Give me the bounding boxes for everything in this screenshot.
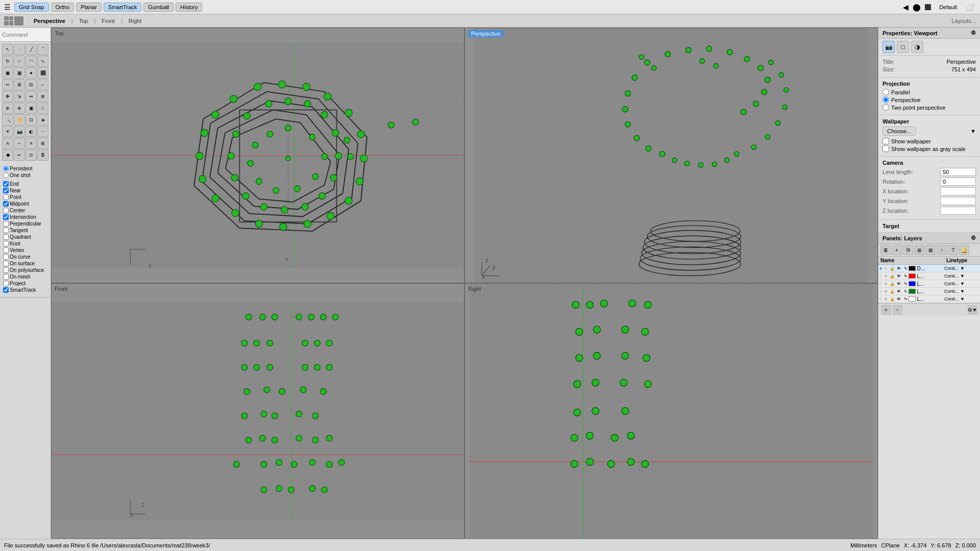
zoom-fit[interactable]: ⊡ [26, 114, 37, 126]
record-button[interactable]: ⬤ [913, 3, 921, 11]
layers-add-icon[interactable]: + [892, 245, 902, 255]
smarttrack-button[interactable]: SmartTrack [104, 3, 141, 12]
viewport-front[interactable]: Front x z [51, 283, 464, 539]
rotate-tool[interactable]: ↻ [2, 56, 13, 67]
layer-row[interactable]: ● ☀ 🔒 👁 ✎ D... Conti... ▼ [878, 265, 980, 272]
pan-tool[interactable]: ✋ [14, 114, 25, 126]
curve-tool[interactable]: ∿ [37, 56, 48, 67]
fillet-tool[interactable]: ⌐ [37, 79, 48, 90]
snap-tool[interactable]: ⊙ [26, 149, 37, 161]
trim-tool[interactable]: ✂ [2, 79, 13, 90]
planar-button[interactable]: Planar [76, 3, 102, 12]
tab-top[interactable]: Top [73, 16, 94, 26]
snap-on-surface[interactable] [3, 261, 9, 266]
snap-end[interactable] [3, 181, 9, 187]
layers-dup-icon[interactable]: ⧉ [903, 245, 913, 255]
parallel-radio[interactable] [883, 89, 889, 95]
snap-on-curve[interactable] [3, 254, 9, 260]
snap-perpendicular[interactable] [3, 221, 9, 227]
layer-tool[interactable]: ≣ [37, 149, 48, 161]
show-wallpaper-check[interactable] [883, 138, 889, 144]
properties-icon-btn[interactable]: □ [897, 41, 909, 53]
select-tool[interactable]: ↖ [2, 44, 13, 55]
render-tool[interactable]: ◈ [37, 114, 48, 126]
viewport-right[interactable]: Right y z [464, 283, 878, 539]
snap-on-polysurface[interactable] [3, 267, 9, 273]
viewport-icon-btn[interactable]: 📷 [883, 41, 895, 53]
snap-on-mesh[interactable] [3, 274, 9, 280]
split-tool[interactable]: ⊞ [14, 79, 25, 90]
layers-dup2-icon[interactable]: ⊞ [914, 245, 924, 255]
zoom-tool[interactable]: 🔍 [2, 114, 13, 126]
layer-row[interactable]: ○ ☀ 🔒 👁 ✎ L... Conti... ▼ [878, 272, 980, 280]
point-tool[interactable]: · [14, 44, 25, 55]
snap-vertex[interactable] [3, 247, 9, 253]
stop-button[interactable] [925, 4, 931, 10]
snap-tangent[interactable] [3, 228, 9, 233]
gumball-button[interactable]: Gumball [143, 3, 174, 12]
tab-single[interactable] [14, 16, 23, 26]
tab-front[interactable]: Front [95, 16, 121, 26]
layers-settings-icon[interactable]: ⚙ [971, 235, 976, 241]
circle-tool[interactable]: ○ [14, 56, 25, 67]
explode-tool[interactable]: ⊗ [14, 103, 25, 114]
text-tool[interactable]: A [2, 138, 13, 149]
command-input[interactable] [0, 28, 51, 42]
grid-snap-button[interactable]: Grid Snap [14, 3, 49, 12]
layers-remove-btn[interactable]: − [893, 305, 902, 314]
cyl-tool[interactable]: ⬛ [37, 67, 48, 79]
layer-row[interactable]: ○ ☀ 🔒 👁 ✎ L... Conti... ▼ [878, 288, 980, 295]
layers-stack-icon[interactable]: ≣ [880, 245, 891, 255]
layers-add-btn[interactable]: + [881, 305, 891, 314]
y-location-input[interactable]: 29.37 [940, 197, 976, 205]
scale-tool[interactable]: ⇲ [14, 91, 25, 102]
ungroup-tool[interactable]: □ [37, 103, 48, 114]
snap-center[interactable] [3, 208, 9, 213]
layers-up-icon[interactable]: ↑ [937, 245, 947, 255]
tab-right[interactable]: Right [122, 16, 148, 26]
ortho-button[interactable]: Ortho [51, 3, 75, 12]
layers-del-icon[interactable]: ⊠ [925, 245, 936, 255]
prev-button[interactable]: ◀ [903, 3, 909, 11]
tab-layout-grid[interactable] [4, 16, 13, 26]
snap-quadrant[interactable] [3, 234, 9, 240]
snap-midpoint[interactable] [3, 201, 9, 207]
x-location-input[interactable]: -50.53 [940, 187, 976, 195]
rotation-input[interactable] [940, 178, 976, 186]
block-tool[interactable]: ⊞ [37, 138, 48, 149]
history-rec[interactable]: ⏺ [2, 149, 13, 161]
layers-filter-icon[interactable]: 🔔 [959, 245, 969, 255]
snap-project[interactable] [3, 281, 9, 286]
layer-row[interactable]: ○ ☀ 🔒 👁 ✎ L... Conti... ▼ [878, 295, 980, 303]
snap-smarttrack[interactable] [3, 287, 9, 293]
wallpaper-choose-btn[interactable]: Choose... [883, 127, 916, 136]
viewport-top[interactable]: Top x y [51, 28, 464, 283]
more-tool[interactable]: ⋯ [37, 126, 48, 137]
app-menu-icon[interactable]: ☰ [2, 2, 12, 12]
twopoint-radio[interactable] [883, 104, 889, 111]
snap-knot[interactable] [3, 241, 9, 246]
box-tool[interactable]: ▦ [14, 67, 25, 79]
extrude-tool[interactable]: ▣ [2, 67, 13, 79]
snap-point[interactable] [3, 194, 9, 200]
material-icon-btn[interactable]: ◑ [911, 41, 923, 53]
z-location-input[interactable]: 33.33 [940, 207, 976, 215]
layer-row[interactable]: ○ ☀ 🔒 👁 ✎ L... Conti... ▼ [878, 280, 980, 288]
join-tool[interactable]: ⊕ [2, 103, 13, 114]
snap-near[interactable] [3, 188, 9, 193]
history-button[interactable]: History [176, 3, 202, 12]
line-tool[interactable]: ╱ [26, 44, 37, 55]
show-wallpaper-gray-check[interactable] [883, 145, 889, 152]
mirror-tool[interactable]: ⇔ [26, 91, 37, 102]
properties-settings-icon[interactable]: ⚙ [971, 30, 976, 36]
hatch-tool[interactable]: ≡ [26, 138, 37, 149]
arc-tool[interactable]: ◠ [26, 56, 37, 67]
persistent-radio[interactable] [3, 166, 9, 171]
layers-down-icon[interactable]: ? [948, 245, 958, 255]
offset-tool[interactable]: ⊟ [26, 79, 37, 90]
maximize-button[interactable]: ⬜ [965, 3, 974, 11]
camera-tool2[interactable]: 📷 [14, 126, 25, 137]
snap-intersection[interactable] [3, 214, 9, 220]
layers-gear-btn[interactable]: ⚙▼ [968, 305, 977, 314]
tab-perspective[interactable]: Perspective [28, 16, 71, 26]
